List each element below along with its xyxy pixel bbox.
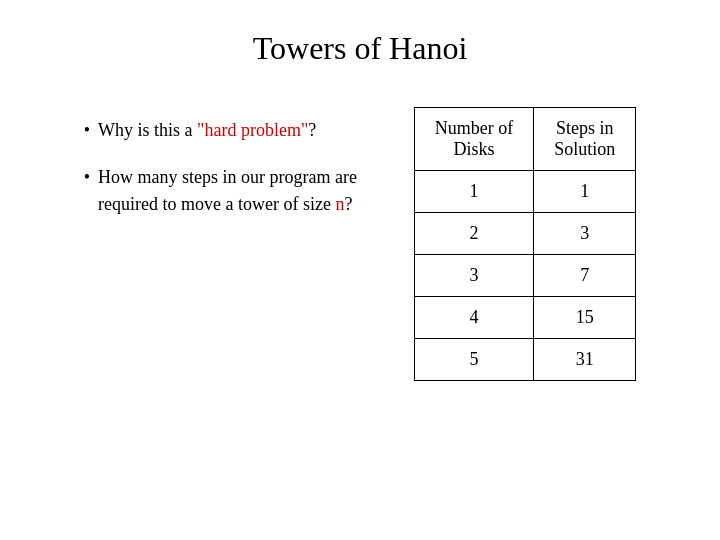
table-row: 11	[414, 171, 636, 213]
cell-steps: 7	[534, 255, 636, 297]
bullet-dot-1: •	[84, 117, 90, 144]
bullet-text-2: How many steps in our program are requir…	[98, 164, 364, 218]
col-header-disks: Number ofDisks	[414, 108, 533, 171]
table-row: 531	[414, 339, 636, 381]
data-table: Number ofDisks Steps inSolution 11233741…	[414, 107, 637, 381]
bullet-text-1: Why is this a "hard problem"?	[98, 117, 316, 144]
content-area: • Why is this a "hard problem"? • How ma…	[40, 107, 680, 381]
cell-disks: 5	[414, 339, 533, 381]
list-item: • Why is this a "hard problem"?	[84, 117, 364, 144]
cell-disks: 2	[414, 213, 533, 255]
table-row: 415	[414, 297, 636, 339]
cell-disks: 4	[414, 297, 533, 339]
highlight-1: "hard problem"	[197, 120, 308, 140]
page: Towers of Hanoi • Why is this a "hard pr…	[0, 0, 720, 540]
cell-steps: 15	[534, 297, 636, 339]
list-item: • How many steps in our program are requ…	[84, 164, 364, 218]
table-header-row: Number ofDisks Steps inSolution	[414, 108, 636, 171]
col-header-steps: Steps inSolution	[534, 108, 636, 171]
cell-steps: 3	[534, 213, 636, 255]
highlight-2: n	[335, 194, 344, 214]
table-row: 37	[414, 255, 636, 297]
cell-disks: 3	[414, 255, 533, 297]
cell-steps: 1	[534, 171, 636, 213]
cell-steps: 31	[534, 339, 636, 381]
page-title: Towers of Hanoi	[253, 30, 468, 67]
bullet-dot-2: •	[84, 164, 90, 191]
cell-disks: 1	[414, 171, 533, 213]
bullet-list: • Why is this a "hard problem"? • How ma…	[84, 107, 364, 238]
table-row: 23	[414, 213, 636, 255]
